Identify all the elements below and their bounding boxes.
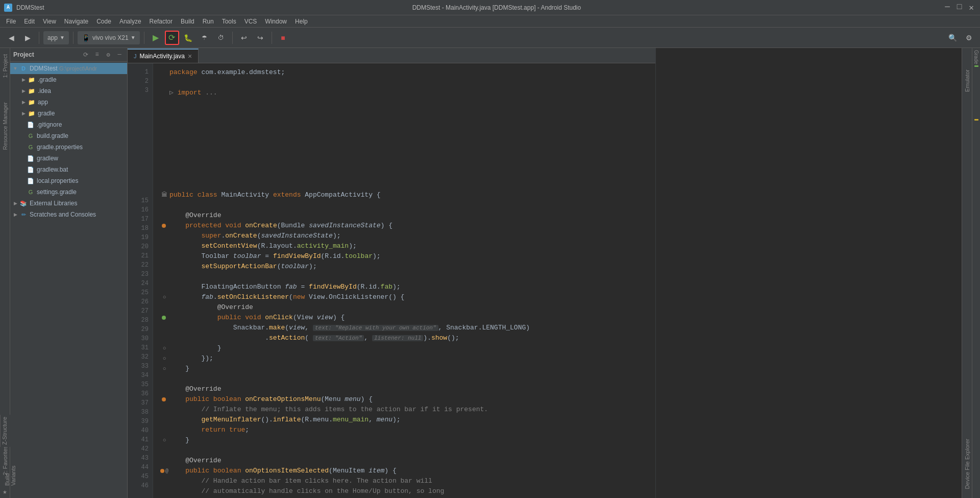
idea-folder-label: .idea	[38, 87, 51, 94]
panel-gear-icon[interactable]: ⚙	[104, 50, 113, 59]
menu-run[interactable]: Run	[199, 17, 218, 26]
code-editor[interactable]: 1 2 3 15 16 17 18 19 20	[128, 63, 655, 498]
tree-build-gradle[interactable]: G build.gradle	[10, 130, 127, 141]
tree-gitignore[interactable]: 📄 .gitignore	[10, 119, 127, 130]
code-line-7	[159, 129, 649, 139]
gitignore-icon: 📄	[27, 121, 35, 129]
menu-navigate[interactable]: Navigate	[60, 17, 92, 26]
app-icon: A	[4, 4, 12, 12]
code-line-35: @Override	[159, 384, 649, 394]
build-variants-tab[interactable]: Build Variants	[0, 455, 20, 486]
project-panel-title: Project	[13, 51, 79, 58]
editor-tab-mainactivity[interactable]: J MainActivity.java ×	[128, 49, 199, 63]
run-config-dropdown[interactable]: app ▼	[43, 31, 69, 44]
tree-gradle-folder2[interactable]: ▶ 📁 gradle	[10, 108, 127, 119]
menu-file[interactable]: File	[2, 17, 20, 26]
panel-sync-icon[interactable]: ⟳	[81, 50, 90, 59]
menu-tools[interactable]: Tools	[218, 17, 240, 26]
gradle-props-icon: G	[27, 143, 35, 151]
code-line-20: super.onCreate(savedInstanceState);	[159, 231, 649, 241]
project-panel: Project ⟳ ≡ ⚙ ─ ▼ D DDMStest G:\project\…	[10, 48, 128, 498]
close-button[interactable]: ✕	[967, 3, 976, 13]
code-line-34	[159, 374, 649, 384]
tab-close-icon[interactable]: ×	[188, 52, 192, 60]
stop-button[interactable]: ■	[276, 31, 290, 45]
device-dropdown[interactable]: 📱 vivo vivo X21 ▼	[78, 31, 140, 44]
scratches-label: Scratches and Consoles	[30, 211, 96, 218]
tree-gradle-properties[interactable]: G gradle.properties	[10, 141, 127, 153]
menu-refactor[interactable]: Refactor	[145, 17, 177, 26]
code-content[interactable]: package com.example.ddmstest; ▷ import .…	[153, 63, 655, 498]
back-button[interactable]: ◀	[4, 31, 18, 45]
ext-libs-icon: 📚	[19, 199, 28, 207]
maximize-button[interactable]: □	[955, 3, 964, 13]
right-tab-emulator[interactable]: Emulator	[963, 65, 972, 96]
tree-app-folder[interactable]: ▶ 📁 app	[10, 97, 127, 108]
grade-indicator-green	[974, 65, 978, 67]
search-button[interactable]: 🔍	[945, 31, 960, 45]
tree-settings-gradle[interactable]: G settings.gradle	[10, 186, 127, 198]
menu-code[interactable]: Code	[92, 17, 115, 26]
menu-window[interactable]: Window	[261, 17, 291, 26]
tree-idea-folder[interactable]: ▶ 📁 .idea	[10, 85, 127, 97]
menu-view[interactable]: View	[39, 17, 60, 26]
z-structure-tab[interactable]: Z-Structure	[0, 415, 10, 447]
favorites-star-icon[interactable]: ★	[1, 485, 9, 498]
code-line-43: @ public boolean onOptionsItemSelected(M…	[159, 466, 649, 476]
scratches-icon: ✏	[19, 210, 28, 219]
minimize-button[interactable]: ─	[943, 3, 952, 13]
gradle-folder2-label: gradle	[38, 110, 55, 117]
menu-help[interactable]: Help	[291, 17, 312, 26]
dropdown-arrow: ▼	[60, 35, 65, 40]
tree-root[interactable]: ▼ D DDMStest G:\project\Andr	[10, 63, 127, 74]
rerun-button[interactable]: ⟳	[165, 31, 179, 45]
code-line-8	[159, 139, 649, 149]
tab-label: MainActivity.java	[140, 53, 185, 60]
tree-external-libs[interactable]: ▶ 📚 External Libraries	[10, 198, 127, 209]
panel-settings-icon[interactable]: ≡	[92, 50, 102, 59]
tree-gradle-folder[interactable]: ▶ 📁 .gradle	[10, 74, 127, 85]
menu-build[interactable]: Build	[177, 17, 199, 26]
sidebar-tab-resource-manager[interactable]: Resource Manager	[1, 98, 10, 154]
gradle-folder-arrow: ▶	[20, 77, 27, 83]
code-line-28: public void onClick(View view) {	[159, 313, 649, 323]
debug-button[interactable]: 🐛	[181, 31, 195, 45]
run-config-label: app	[47, 34, 58, 41]
profile-button[interactable]: ⏱	[214, 31, 228, 45]
code-line-21: setContentView(R.layout.activity_main);	[159, 241, 649, 251]
ext-libs-arrow: ▶	[12, 200, 18, 206]
editor-tabs: J MainActivity.java ×	[128, 48, 655, 63]
coverage-button[interactable]: ☂	[198, 31, 212, 45]
menu-analyze[interactable]: Analyze	[115, 17, 145, 26]
phone-icon: 📱	[82, 34, 90, 42]
code-line-41	[159, 445, 649, 456]
tree-gradlew[interactable]: 📄 gradlew	[10, 153, 127, 164]
right-tab-device-explorer[interactable]: Device File Explorer	[963, 435, 972, 493]
redo-button[interactable]: ↪	[253, 31, 267, 45]
app-folder-label: app	[38, 99, 48, 106]
code-line-15	[159, 180, 649, 190]
separator-5	[272, 32, 272, 44]
project-panel-header: Project ⟳ ≡ ⚙ ─	[10, 48, 127, 62]
run-button[interactable]: ▶	[149, 31, 163, 45]
undo-button[interactable]: ↩	[237, 31, 251, 45]
panel-close-icon[interactable]: ─	[115, 50, 124, 59]
tree-local-properties[interactable]: 📄 local.properties	[10, 175, 127, 186]
tree-scratches[interactable]: ▶ ✏ Scratches and Consoles	[10, 209, 127, 220]
gradle-folder2-icon: 📁	[28, 109, 36, 117]
idea-folder-arrow: ▶	[20, 88, 27, 94]
code-line-26: ○ fab.setOnClickListener(new View.OnClic…	[159, 292, 649, 302]
code-line-45: // automatically handle clicks on the Ho…	[159, 486, 649, 496]
code-line-31: ○ }	[159, 343, 649, 353]
separator-3	[144, 32, 144, 44]
root-icon: D	[19, 64, 28, 73]
tree-gradlew-bat[interactable]: 📄 gradlew.bat	[10, 164, 127, 175]
root-arrow: ▼	[12, 65, 18, 72]
settings-button[interactable]: ⚙	[962, 31, 976, 45]
line-numbers: 1 2 3 15 16 17 18 19 20	[128, 63, 153, 498]
code-line-6	[159, 118, 649, 129]
menu-vcs[interactable]: VCS	[240, 17, 261, 26]
sidebar-tab-project[interactable]: 1: Project	[1, 50, 10, 82]
forward-button[interactable]: ▶	[20, 31, 35, 45]
menu-edit[interactable]: Edit	[20, 17, 39, 26]
